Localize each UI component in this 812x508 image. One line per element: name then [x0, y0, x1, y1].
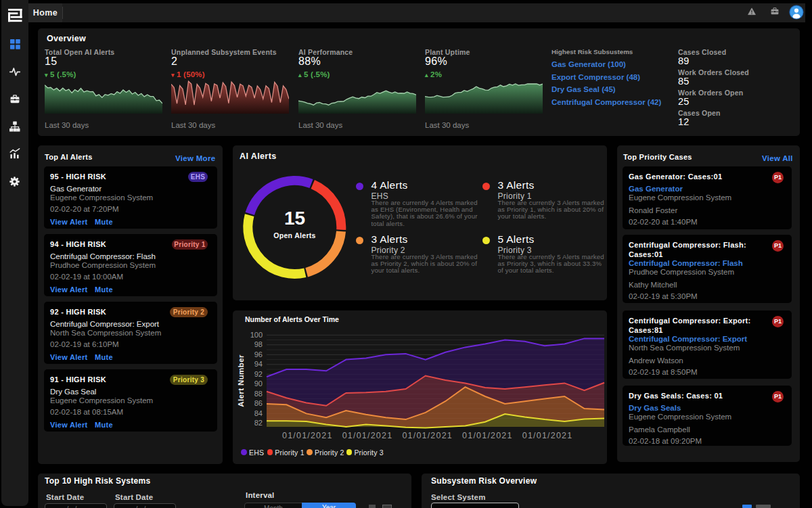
svg-text:84: 84	[254, 409, 263, 417]
svg-text:01/01/2021: 01/01/2021	[282, 431, 333, 440]
svg-text:01/01/2021: 01/01/2021	[462, 431, 513, 440]
svg-text:82: 82	[254, 419, 263, 427]
svg-text:86: 86	[254, 399, 263, 407]
svg-text:01/01/2021: 01/01/2021	[522, 431, 573, 440]
svg-text:01/01/2021: 01/01/2021	[402, 431, 453, 440]
svg-text:96: 96	[254, 350, 263, 359]
svg-text:100: 100	[250, 331, 263, 339]
svg-text:88: 88	[254, 390, 263, 398]
svg-text:98: 98	[254, 340, 263, 348]
svg-text:92: 92	[254, 370, 263, 378]
svg-text:01/01/2021: 01/01/2021	[342, 431, 393, 440]
svg-text:94: 94	[254, 360, 263, 368]
svg-text:90: 90	[254, 379, 263, 388]
